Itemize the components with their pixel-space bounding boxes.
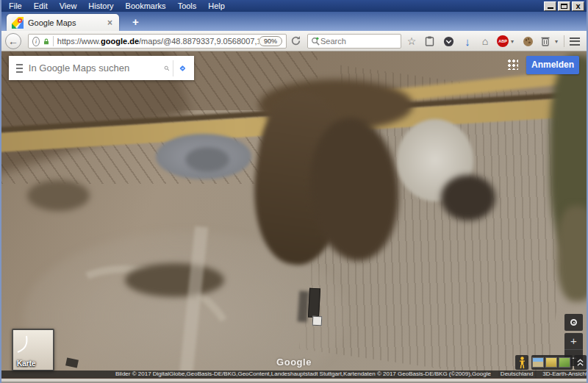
adblock-plus-icon[interactable]: ABP [495,35,510,48]
double-chevron-up-icon [576,358,584,367]
google-maps-favicon [12,17,24,29]
bookmarks-menu-icon[interactable] [422,35,437,48]
maximize-icon [561,4,567,9]
window-bottom-border [1,378,587,383]
menu-edit[interactable]: Edit [28,1,54,11]
window-controls: x [544,1,584,11]
page-info-icon[interactable]: i [32,37,40,46]
pocket-glyph-icon [443,36,454,47]
minimize-button[interactable] [544,1,556,11]
bookmark-star-icon[interactable]: ☆ [404,35,419,48]
signin-button[interactable]: Anmelden [526,56,579,74]
browser-search-input[interactable] [320,37,387,46]
attribution-bar: Bilder © 2017 DigitalGlobe,GeoBasis-DE/B… [1,371,587,378]
trash-icon[interactable] [538,35,553,48]
toolbar-overflow-icon[interactable]: ▾ [553,35,560,48]
photo-thumbnail-3[interactable] [559,357,570,368]
lock-icon[interactable] [43,37,49,46]
browser-window: File Edit View History Bookmarks Tools H… [0,0,588,383]
terrain-dark-patch-bottomleft [125,263,224,297]
maps-menu-icon[interactable] [16,64,23,73]
tab-close-icon[interactable]: × [106,18,114,28]
photo-thumbnail-2[interactable] [545,357,557,368]
trash-glyph-icon [541,36,550,46]
maximize-button[interactable] [558,1,570,11]
browser-search-box[interactable] [307,34,401,49]
url-text: https://www.google.de/maps/@48.8879337,9… [57,37,259,46]
map-viewport[interactable]: Anmelden Karte Google + − [1,51,587,378]
google-watermark: Google [276,357,312,368]
maps-search-card[interactable] [9,56,194,80]
page-zoom-badge[interactable]: 90% [259,36,282,46]
directions-icon[interactable] [179,60,187,76]
url-bar[interactable]: i https://www.google.de/maps/@48.8879337… [28,34,287,49]
reload-icon [290,35,301,46]
zoom-in-button[interactable]: + [564,333,583,349]
cookie-glyph-icon [523,37,533,46]
cookies-icon[interactable] [520,35,535,48]
menu-tools[interactable]: Tools [172,1,203,11]
download-icon[interactable]: ↓ [460,35,475,48]
truck-cab [312,316,323,326]
map-type-toggle[interactable]: Karte [12,329,54,371]
collapse-panel-button[interactable] [574,355,587,370]
menu-file[interactable]: File [3,1,28,11]
hamburger-icon [570,37,580,46]
maps-search-icon[interactable] [164,62,170,74]
tab-google-maps[interactable]: Google Maps × [7,14,119,31]
google-apps-grid-icon[interactable] [507,59,518,70]
my-location-button[interactable] [564,314,583,331]
imagery-attribution: Bilder © 2017 DigitalGlobe,GeoBasis-DE/B… [115,371,491,378]
pegman-button[interactable] [515,355,528,370]
search-engine-icon[interactable] [311,37,320,46]
new-tab-button[interactable]: + [126,15,145,29]
pegman-icon [519,357,526,369]
menu-view[interactable]: View [54,1,83,11]
country-label: Deutschland [501,371,533,378]
home-icon[interactable]: ⌂ [478,35,492,48]
menu-help[interactable]: Help [202,1,231,11]
menu-history[interactable]: History [82,1,119,11]
imagery-thumbnails [531,355,573,370]
clipboard-icon [425,36,434,46]
firefox-menu-icon[interactable] [567,35,582,48]
terrain-gravel-pile-core [185,147,229,172]
photo-thumbnail-1[interactable] [532,357,544,368]
menu-bookmarks[interactable]: Bookmarks [120,1,172,11]
menu-bar: File Edit View History Bookmarks Tools H… [1,0,587,12]
map-toggle-label: Karte [17,359,36,368]
3d-notice: 3D-Earth-Ansicht ist nicht verfügbar. [542,371,587,378]
toolbar-separator [564,35,564,47]
back-button[interactable]: ← [5,33,21,49]
identity-separator [53,36,54,46]
minimize-icon [548,7,553,9]
nav-toolbar: ← i https://www.google.de/maps/@48.88793… [1,31,587,51]
abp-badge: ABP [497,35,509,47]
tab-bar: Google Maps × + [1,12,587,31]
pocket-icon[interactable] [441,35,456,48]
my-location-icon [570,319,577,326]
maps-search-input[interactable] [29,62,158,74]
close-button[interactable]: x [572,1,584,11]
terrain-vegetation-lower [557,206,587,301]
truck-trailer [308,288,320,318]
abp-dropdown-icon[interactable]: ▾ [509,35,516,48]
terrain-dark-patch-left [27,180,90,211]
tab-title: Google Maps [28,18,106,27]
terrain-dark-patch-right [441,175,495,221]
reload-button[interactable] [290,35,304,49]
